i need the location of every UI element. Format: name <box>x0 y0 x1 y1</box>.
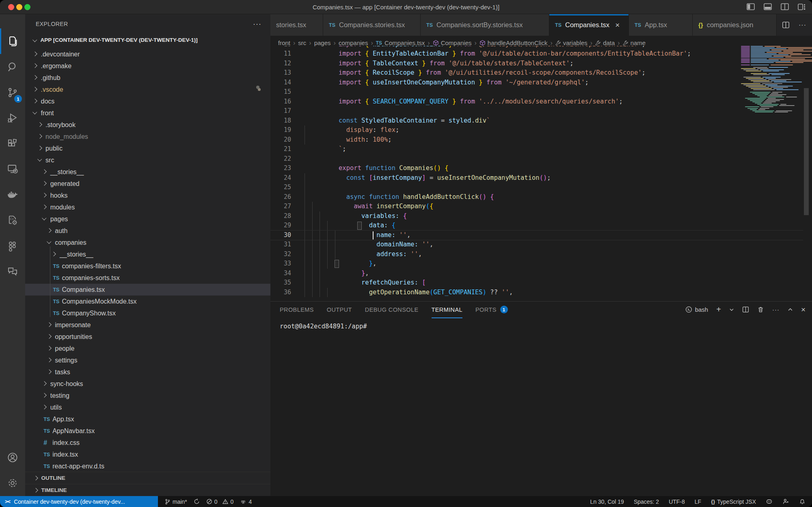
tree-folder-.vscode[interactable]: .vscode <box>25 84 270 95</box>
tree-folder-pages[interactable]: pages <box>25 213 270 225</box>
remote-indicator[interactable]: >< Container dev-twenty-dev (dev-twenty-… <box>0 496 158 507</box>
tree-folder-__stories__[interactable]: __stories__ <box>25 248 270 260</box>
breadcrumb-item-front[interactable]: front <box>278 39 290 46</box>
terminal-prompt[interactable]: root@0a42ecd84891:/app# <box>280 323 367 330</box>
editor-tab-stories.tsx[interactable]: stories.tsx <box>270 14 323 36</box>
editor-more-actions-icon[interactable]: ··· <box>799 22 806 29</box>
activity-bar-item-comments[interactable] <box>0 259 25 284</box>
activity-bar-item-search[interactable] <box>0 54 25 80</box>
activity-bar-item-remote-explorer[interactable] <box>0 156 25 182</box>
toggle-panel-icon[interactable] <box>763 2 772 11</box>
tree-file-CompanyShow.tsx[interactable]: TSCompanyShow.tsx <box>25 307 270 319</box>
activity-bar-item-files[interactable] <box>0 28 25 54</box>
breadcrumb-item-variables[interactable]: variables <box>555 39 587 46</box>
split-terminal-icon[interactable] <box>742 306 749 313</box>
ports-status[interactable]: 4 <box>240 498 252 505</box>
activity-bar-item-settings-gear[interactable] <box>0 470 25 496</box>
sync-changes-button[interactable] <box>194 498 200 505</box>
tree-folder-sync-hooks[interactable]: sync-hooks <box>25 378 270 390</box>
tree-folder-.devcontainer[interactable]: .devcontainer <box>25 48 270 60</box>
notifications-bell-icon[interactable] <box>799 498 806 505</box>
maximize-panel-icon[interactable] <box>788 307 793 312</box>
explorer-more-actions-icon[interactable]: ··· <box>253 20 261 28</box>
tree-folder-opportunities[interactable]: opportunities <box>25 331 270 343</box>
tree-folder-hooks[interactable]: hooks <box>25 190 270 201</box>
tree-folder-auth[interactable]: auth <box>25 225 270 237</box>
tree-file-App.tsx[interactable]: TSApp.tsx <box>25 413 270 425</box>
kill-terminal-trash-icon[interactable] <box>757 306 764 313</box>
breadcrumb-item-Companies.tsx[interactable]: TSCompanies.tsx <box>376 39 425 46</box>
tree-file-index.css[interactable]: #index.css <box>25 437 270 449</box>
encoding-setting[interactable]: UTF-8 <box>669 498 685 505</box>
tree-file-CompaniesMockMode.tsx[interactable]: TSCompaniesMockMode.tsx <box>25 296 270 307</box>
split-layout-icon[interactable] <box>780 2 789 11</box>
tree-folder-public[interactable]: public <box>25 142 270 154</box>
tree-folder-impersonate[interactable]: impersonate <box>25 319 270 331</box>
tree-folder-people[interactable]: people <box>25 343 270 354</box>
panel-tab-ports[interactable]: PORTS1 <box>475 306 508 318</box>
tree-folder-.ergomake[interactable]: .ergomake <box>25 60 270 72</box>
activity-bar-item-account[interactable] <box>0 444 25 470</box>
minimap[interactable] <box>741 46 802 301</box>
cursor-position[interactable]: Ln 30, Col 19 <box>590 498 624 505</box>
close-tab-icon[interactable]: × <box>615 21 620 30</box>
language-mode[interactable]: {} TypeScript JSX <box>711 498 756 505</box>
breadcrumb-item-name[interactable]: name <box>623 39 646 46</box>
tree-folder-docs[interactable]: docs <box>25 95 270 107</box>
git-branch-status[interactable]: main* <box>164 498 187 505</box>
tree-file-react-app-env.d.ts[interactable]: TSreact-app-env.d.ts <box>25 460 270 472</box>
sidebar-section-outline[interactable]: OUTLINE <box>25 472 270 484</box>
editor-tab-Companies.stories.tsx[interactable]: TSCompanies.stories.tsx <box>323 14 421 36</box>
activity-bar-item-run-debug[interactable] <box>0 105 25 131</box>
shell-selector[interactable]: bash <box>685 306 708 313</box>
tree-folder-utils[interactable]: utils <box>25 401 270 413</box>
indentation-setting[interactable]: Spaces: 2 <box>634 498 659 505</box>
tree-file-companies-sorts.tsx[interactable]: TScompanies-sorts.tsx <box>25 272 270 284</box>
tree-folder-node_modules[interactable]: node_modules <box>25 131 270 142</box>
tree-file-companies-filters.tsx[interactable]: TScompanies-filters.tsx <box>25 260 270 272</box>
split-editor-icon[interactable] <box>782 21 790 29</box>
tree-file-Companies.tsx[interactable]: TSCompanies.tsx <box>25 284 270 296</box>
tree-folder-settings[interactable]: settings <box>25 354 270 366</box>
tree-folder-generated[interactable]: generated <box>25 178 270 190</box>
panel-tab-debug-console[interactable]: DEBUG CONSOLE <box>365 306 419 318</box>
breadcrumb-item-Companies[interactable]: Companies <box>433 39 472 46</box>
activity-bar-item-extensions[interactable] <box>0 131 25 156</box>
new-terminal-icon[interactable]: + <box>716 305 721 314</box>
tree-file-AppNavbar.tsx[interactable]: TSAppNavbar.tsx <box>25 425 270 437</box>
tree-folder-__stories__[interactable]: __stories__ <box>25 166 270 178</box>
terminal-dropdown-icon[interactable] <box>729 307 734 312</box>
activity-bar-item-extension-grid[interactable] <box>0 233 25 259</box>
tree-file-index.tsx[interactable]: TSindex.tsx <box>25 449 270 460</box>
editor-tab-Companies.sortBy.stories.tsx[interactable]: TSCompanies.sortBy.stories.tsx <box>421 14 549 36</box>
editor-tab-companies.json[interactable]: {}companies.json <box>693 14 777 36</box>
toggle-sidebar-icon[interactable] <box>746 2 755 11</box>
close-panel-icon[interactable]: × <box>801 305 806 314</box>
activity-bar-item-source-control[interactable]: 1 <box>0 80 25 105</box>
tree-folder-tasks[interactable]: tasks <box>25 366 270 378</box>
eol-setting[interactable]: LF <box>695 498 701 505</box>
breadcrumb-item-src[interactable]: src <box>298 39 306 46</box>
activity-bar-item-docker[interactable] <box>0 182 25 207</box>
tree-folder-modules[interactable]: modules <box>25 201 270 213</box>
code-editor[interactable]: 10import { WithTopBarContainer } from '@… <box>270 46 812 301</box>
editor-scrollbar[interactable] <box>804 88 809 215</box>
panel-tab-terminal[interactable]: TERMINAL <box>432 306 463 318</box>
tree-folder-.github[interactable]: .github <box>25 72 270 84</box>
editor-tab-Companies.tsx[interactable]: TSCompanies.tsx× <box>549 14 629 36</box>
breadcrumb-item-handleAddButtonClick[interactable]: handleAddButtonClick <box>479 39 548 46</box>
tree-folder-testing[interactable]: testing <box>25 390 270 401</box>
tree-folder-companies[interactable]: companies <box>25 237 270 248</box>
editor-tab-App.tsx[interactable]: TSApp.tsx <box>629 14 693 36</box>
sidebar-section-timeline[interactable]: TIMELINE <box>25 484 270 496</box>
workspace-section-header[interactable]: APP [CONTAINER DEV-TWENTY-DEV (DEV-TWENT… <box>25 34 270 46</box>
panel-tab-output[interactable]: OUTPUT <box>327 306 352 318</box>
breadcrumb-item-pages[interactable]: pages <box>314 39 331 46</box>
feedback-icon[interactable] <box>782 498 789 505</box>
breadcrumb-item-data[interactable]: data <box>595 39 615 46</box>
breadcrumb-item-companies[interactable]: companies <box>339 39 368 46</box>
activity-bar-item-code-settings[interactable]: C+ <box>0 207 25 233</box>
problems-status[interactable]: 0 0 <box>206 498 234 505</box>
tree-folder-src[interactable]: src <box>25 154 270 166</box>
copilot-status-icon[interactable] <box>766 498 773 505</box>
